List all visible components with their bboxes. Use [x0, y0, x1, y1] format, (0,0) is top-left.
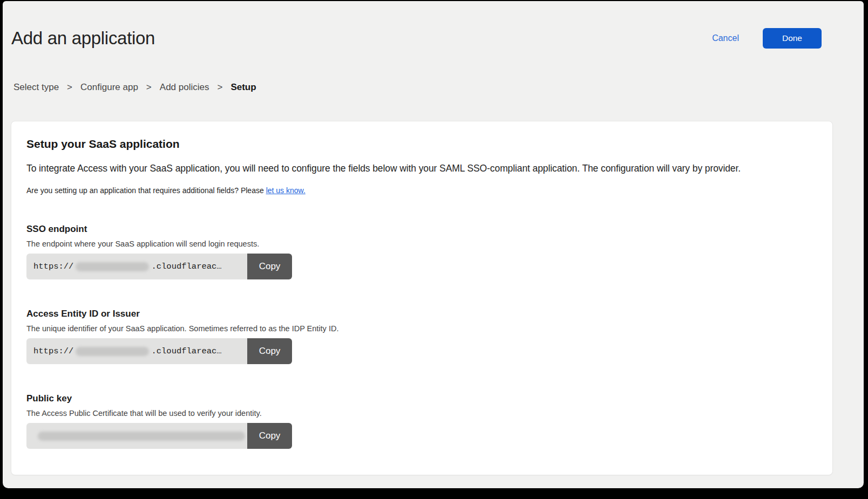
sso-endpoint-label: SSO endpoint [26, 224, 817, 235]
breadcrumb-item-select-type[interactable]: Select type [13, 82, 59, 93]
breadcrumb-item-add-policies[interactable]: Add policies [160, 82, 209, 93]
access-entity-id-copy-button[interactable]: Copy [247, 338, 292, 364]
breadcrumb-item-setup[interactable]: Setup [230, 82, 256, 93]
access-entity-id-value-box: https:// .cloudflareac… Copy [26, 338, 292, 364]
card-note: Are you setting up an application that r… [26, 186, 817, 195]
breadcrumb-separator: > [146, 82, 152, 93]
card-heading: Setup your SaaS application [26, 138, 817, 151]
value-suffix: .cloudflareac… [151, 346, 221, 356]
setup-card: Setup your SaaS application To integrate… [11, 121, 833, 475]
value-prefix: https:// [33, 346, 73, 356]
field-public-key: Public key The Access Public Certificate… [26, 393, 817, 449]
breadcrumb-separator: > [67, 82, 72, 93]
redacted-value-blur [76, 347, 149, 356]
value-suffix: .cloudflareac… [151, 262, 221, 271]
breadcrumb: Select type > Configure app > Add polici… [13, 82, 864, 93]
field-sso-endpoint: SSO endpoint The endpoint where your Saa… [26, 224, 817, 279]
done-button[interactable]: Done [763, 28, 822, 49]
public-key-label: Public key [26, 393, 817, 404]
sso-endpoint-description: The endpoint where your SaaS application… [26, 240, 817, 248]
field-access-entity-id: Access Entity ID or Issuer The unique id… [26, 309, 817, 364]
public-key-copy-button[interactable]: Copy [247, 423, 292, 449]
page: Add an application Cancel Done Select ty… [3, 1, 864, 488]
public-key-value-box: Copy [26, 423, 292, 449]
header-actions: Cancel Done [712, 28, 822, 49]
public-key-value [26, 423, 247, 449]
cancel-button[interactable]: Cancel [712, 33, 739, 43]
let-us-know-link[interactable]: let us know. [266, 186, 306, 195]
card-intro-text: To integrate Access with your SaaS appli… [26, 163, 817, 174]
sso-endpoint-value-box: https:// .cloudflareac… Copy [26, 254, 292, 279]
access-entity-id-label: Access Entity ID or Issuer [26, 309, 817, 319]
public-key-description: The Access Public Certificate that will … [26, 409, 817, 418]
breadcrumb-separator: > [217, 82, 222, 93]
page-header: Add an application Cancel Done [3, 1, 864, 49]
breadcrumb-item-configure-app[interactable]: Configure app [80, 82, 138, 93]
access-entity-id-value: https:// .cloudflareac… [26, 338, 247, 364]
access-entity-id-description: The unique identifier of your SaaS appli… [26, 324, 817, 333]
value-prefix: https:// [33, 262, 73, 271]
sso-endpoint-copy-button[interactable]: Copy [247, 254, 292, 279]
redacted-value-blur [76, 262, 149, 271]
card-note-text: Are you setting up an application that r… [26, 186, 266, 195]
sso-endpoint-value: https:// .cloudflareac… [26, 254, 247, 279]
redacted-value-blur [38, 432, 245, 441]
page-title: Add an application [11, 28, 155, 49]
